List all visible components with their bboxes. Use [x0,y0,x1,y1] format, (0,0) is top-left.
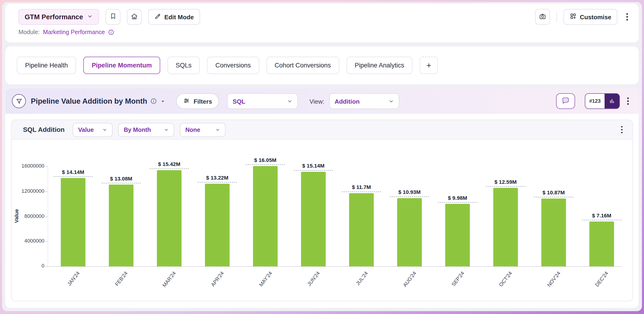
header-more-menu[interactable] [624,11,630,23]
customise-button[interactable]: Customise [564,9,618,25]
module-link[interactable]: Marketing Performance [43,29,105,35]
bar-cap-line [486,186,526,187]
bar-aug-24[interactable] [397,198,422,266]
home-icon [130,13,138,21]
info-icon[interactable] [150,98,157,104]
pencil-icon [154,13,161,21]
sliders-icon [184,97,190,105]
x-axis-label: FEB'24 [114,270,129,287]
chart-subheader: SQL Addition Value By Month [12,120,632,140]
x-axis-label: MAY'24 [258,270,273,288]
y-axis-line [48,166,48,266]
bar-jun-24[interactable] [301,172,326,266]
x-axis-label: MAR'24 [161,270,177,288]
bar-cap-line [294,170,333,171]
tab-pipeline-momentum[interactable]: Pipeline Momentum [84,57,160,74]
x-axis-label: OCT'24 [498,270,514,288]
bar-value-label: $ 7.16M [575,213,628,219]
bar-value-label: $ 15.42M [142,161,196,167]
ai-chat-button[interactable] [556,93,575,109]
edit-mode-button[interactable]: Edit Mode [148,9,200,25]
screenshot-button[interactable] [535,9,550,25]
bar-oct-24[interactable] [493,188,518,266]
bar-jan-24[interactable] [61,178,86,266]
y-axis-tick-label: 8000000 [15,213,44,219]
bar-cap-line [246,165,285,165]
source-select-value: SQL [232,98,245,105]
bar-chart-icon[interactable] [605,94,620,109]
bar-value-label: $ 14.14M [46,169,100,175]
bar-cap-line [102,183,141,184]
bar-value-label: $ 10.87M [527,189,580,196]
x-axis-label: JUL'24 [355,270,369,286]
bar-cap-line [150,169,189,169]
bar-dec-24[interactable] [589,222,614,266]
grid-customise-icon [570,13,576,21]
bar-apr-24[interactable] [205,184,230,266]
caret-down-icon[interactable] [160,99,166,104]
bar-value-label: $ 12.59M [479,179,532,185]
chevron-down-icon [287,99,293,104]
tab-bar: Pipeline HealthPipeline MomentumSQLsConv… [6,47,639,84]
bar-nov-24[interactable] [541,198,566,266]
bar-value-label: $ 13.22M [190,175,244,181]
tab-pipeline-health[interactable]: Pipeline Health [17,57,76,74]
funnel-icon[interactable] [12,94,26,108]
module-info-icon[interactable] [108,29,114,35]
tab-conversions[interactable]: Conversions [207,57,259,74]
panel-header-band: Pipeline Value Addition by Month Filters… [6,88,639,114]
bar-value-label: $ 16.05M [238,157,292,163]
bar-value-label: $ 10.93M [383,189,436,195]
bar-feb-24[interactable] [109,185,134,266]
tab-sqls[interactable]: SQLs [168,57,200,74]
bar-value-label: $ 15.14M [287,163,340,169]
x-axis-label: JUN'24 [306,270,321,287]
kebab-dot [627,103,629,105]
panel-more-menu[interactable] [625,95,631,107]
bar-cap-line [438,202,477,203]
chevron-down-icon [388,99,394,104]
header-row: GTM Performance Edit Mode [18,9,630,25]
y-axis-tick-label: 12000000 [15,188,44,194]
tab-pipeline-analytics[interactable]: Pipeline Analytics [346,57,412,74]
secondary-filter-select[interactable]: None [180,123,226,137]
chevron-down-icon [102,127,107,132]
tab-cohort-conversions[interactable]: Cohort Conversions [266,57,339,74]
bookmark-button[interactable] [106,9,120,25]
bar-cap-line [390,196,429,197]
y-axis-tick-mark [45,166,48,167]
x-axis-label: SEP'24 [450,270,466,287]
bar-cap-line [534,197,573,197]
metric-select[interactable]: Value [73,123,113,137]
kebab-dot [626,13,628,15]
x-axis-label: NOV'24 [546,270,562,288]
x-axis-label: APR'24 [210,270,225,288]
bar-jul-24[interactable] [349,193,374,266]
y-axis-tick-label: 16000000 [15,163,44,169]
bar-chart: Value 0400000080000001200000016000000$ 1… [12,140,632,301]
bar-cap-line [53,176,93,177]
view-select[interactable]: Addition [329,93,399,109]
dashboard-app: GTM Performance Edit Mode [2,2,642,311]
bar-mar-24[interactable] [157,170,182,266]
dashboard-selector[interactable]: GTM Performance [18,9,99,25]
home-button[interactable] [127,9,142,25]
chevron-down-icon [164,127,169,132]
bar-sep-24[interactable] [445,204,470,266]
customise-label: Customise [580,14,611,21]
chart-more-menu[interactable] [619,124,625,136]
widget-id-control[interactable]: #123 [584,93,620,109]
chevron-down-icon [87,13,93,21]
bar-value-label: $ 13.08M [94,176,148,182]
source-select[interactable]: SQL [227,93,298,109]
groupby-select[interactable]: By Month [118,123,174,137]
view-label: View: [309,98,324,105]
gradient-frame: GTM Performance Edit Mode [0,0,644,314]
filters-label: Filters [194,98,212,105]
bar-value-label: $ 11.7M [335,184,388,190]
add-tab-button[interactable]: + [420,57,438,74]
filters-button[interactable]: Filters [176,93,219,109]
bar-may-24[interactable] [253,166,278,266]
kebab-dot [621,132,623,133]
x-axis-label: AUG'24 [402,270,417,288]
